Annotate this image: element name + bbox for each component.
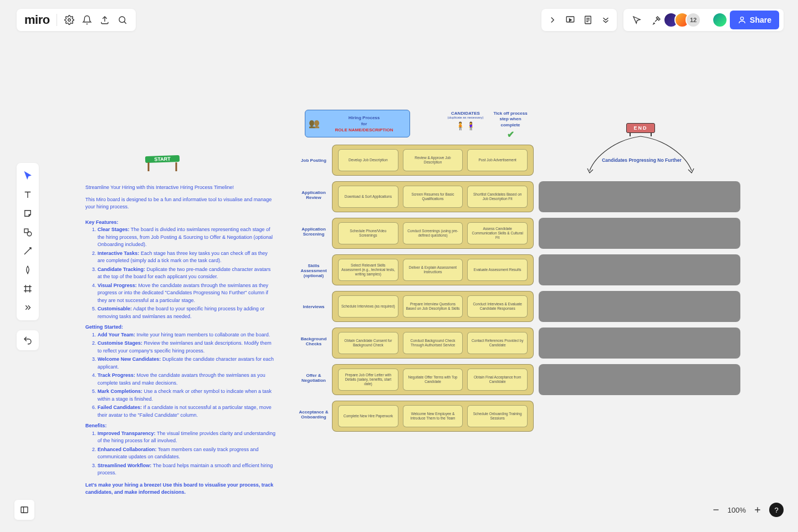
lane-label: Acceptance & Onboarding [298, 410, 329, 420]
check-icon: ✔ [491, 129, 530, 141]
candidates-sub: (duplicate as necessary) [443, 116, 488, 119]
lane-box[interactable]: Obtain Candidate Consent for Background … [332, 328, 534, 359]
sticky-tool[interactable] [19, 204, 37, 223]
key-features-list: Clear Stages: The board is divided into … [98, 226, 276, 320]
task-card[interactable]: Deliver & Explain Assessment Instruction… [403, 259, 463, 281]
task-card[interactable]: Develop Job Description [338, 149, 398, 171]
task-card[interactable]: Shortlist Candidates Based on Job Descri… [467, 186, 528, 208]
dropzone[interactable] [539, 291, 740, 322]
task-card[interactable]: Conduct Screenings (using pre-defined qu… [403, 222, 463, 244]
task-card[interactable]: Complete New Hire Paperwork [338, 405, 398, 427]
task-card[interactable]: Post Job Advertisement [467, 149, 528, 171]
line-tool[interactable] [19, 242, 37, 260]
view-pill [541, 9, 617, 31]
lane-box[interactable]: Complete New Hire PaperworkWelcome New E… [332, 401, 534, 432]
list-item: Candidate Tracking: Duplicate the two pr… [98, 266, 276, 281]
select-tool[interactable] [19, 166, 37, 185]
user-avatar[interactable] [712, 12, 728, 28]
process-header-card[interactable]: 👥 Hiring Process for ROLE NAME/DESCRIPTI… [305, 110, 410, 137]
lane-label: Job Posting [298, 158, 329, 163]
app-logo[interactable]: miro [21, 13, 53, 27]
zoom-out[interactable] [710, 504, 722, 516]
split-arrows [582, 134, 699, 175]
lane-box[interactable]: Select Relevant Skills Assessment (e.g.,… [332, 254, 534, 285]
intro-footer: Let's make your hiring a breeze! Use thi… [85, 482, 276, 497]
candidate-avatars[interactable]: 🧍 🧍‍♀️ [443, 121, 488, 130]
tick-header: Tick off process step when complete ✔ [491, 111, 530, 141]
svg-point-0 [68, 19, 70, 22]
avatar-count[interactable]: 12 [686, 12, 701, 28]
list-item: Welcome New Candidates: Duplicate the ca… [98, 356, 276, 371]
task-card[interactable]: Schedule Phone/Video Screenings [338, 222, 398, 244]
shapes-tool[interactable] [19, 223, 37, 242]
task-card[interactable]: Download & Sort Applications [338, 186, 398, 208]
help-button[interactable]: ? [769, 503, 784, 517]
getting-started-heading: Getting Started: [85, 324, 276, 331]
task-card[interactable]: Evaluate Assessment Results [467, 259, 528, 281]
people-icon: 👥 [309, 118, 320, 129]
settings-icon[interactable] [60, 11, 78, 29]
task-card[interactable]: Obtain Candidate Consent for Background … [338, 332, 398, 354]
task-card[interactable]: Welcome New Employee & Introduce Them to… [403, 405, 463, 427]
task-card[interactable]: Review & Approve Job Description [403, 149, 463, 171]
list-item: Enhanced Collaboration: Team members can… [98, 446, 276, 461]
pen-tool[interactable] [19, 260, 37, 279]
collab-pill: 12 Share [623, 9, 784, 31]
top-left-toolbar: miro [17, 9, 136, 31]
zoom-controls: 100% ? [710, 500, 784, 520]
cursor-icon[interactable] [628, 11, 646, 29]
dropzone[interactable] [539, 364, 740, 395]
task-card[interactable]: Screen Resumes for Basic Qualifications [403, 186, 463, 208]
list-item: Mark Completions: Use a check mark or ot… [98, 388, 276, 403]
panel-toggle[interactable] [14, 500, 34, 520]
getting-started-list: Add Your Team: Invite your hiring team m… [98, 331, 276, 420]
candidate-avatar-icon[interactable]: 🧍‍♀️ [466, 121, 475, 130]
list-item: Failed Candidates: If a candidate is not… [98, 404, 276, 419]
zoom-level[interactable]: 100% [728, 506, 746, 514]
lane-box[interactable]: Develop Job DescriptionReview & Approve … [332, 145, 534, 176]
task-card[interactable]: Schedule Onboarding Training Sessions [467, 405, 528, 427]
candidates-title: CANDIDATES [443, 111, 488, 116]
canvas[interactable]: START Streamline Your Hiring with this I… [0, 0, 798, 532]
chevron-double-down-icon[interactable] [597, 11, 615, 29]
chevron-right-icon[interactable] [544, 11, 561, 29]
list-item: Visual Progress: Move the candidate avat… [98, 282, 276, 305]
lane-box[interactable]: Schedule Interviews (as required)Prepare… [332, 291, 534, 322]
task-card[interactable]: Select Relevant Skills Assessment (e.g.,… [338, 259, 398, 281]
task-card[interactable]: Schedule Interviews (as required) [338, 295, 398, 318]
present-icon[interactable] [561, 11, 579, 29]
notifications-icon[interactable] [78, 11, 96, 29]
lane-box[interactable]: Prepare Job Offer Letter with Details (s… [332, 364, 534, 395]
task-card[interactable]: Conduct Interviews & Evaluate Candidate … [467, 295, 528, 318]
dropzone[interactable] [539, 181, 740, 212]
process-role: ROLE NAME/DESCRIPTION [322, 127, 406, 132]
task-card[interactable]: Negotiate Offer Terms with Top Candidate [403, 369, 463, 391]
dropzone[interactable] [539, 254, 740, 285]
candidate-avatar-icon[interactable]: 🧍 [456, 121, 465, 130]
frame-tool[interactable] [19, 279, 37, 298]
lane-box[interactable]: Download & Sort ApplicationsScreen Resum… [332, 181, 534, 212]
share-button[interactable]: Share [730, 11, 779, 29]
task-card[interactable]: Obtain Final Acceptance from Candidate [467, 369, 528, 391]
dropzone[interactable] [539, 218, 740, 249]
task-card[interactable]: Assess Candidate Communication Skills & … [467, 222, 528, 244]
task-card[interactable]: Prepare Interview Questions Based on Job… [403, 295, 463, 318]
lane-label: Offer & Negotiation [298, 373, 329, 383]
task-card[interactable]: Contact References Provided by Candidate [467, 332, 528, 354]
export-icon[interactable] [96, 11, 114, 29]
more-tools[interactable] [19, 298, 37, 317]
candidates-no-further-label: Candidates Progressing No Further [592, 157, 692, 163]
candidates-header: CANDIDATES (duplicate as necessary) 🧍 🧍‍… [443, 111, 488, 130]
zoom-in[interactable] [751, 504, 764, 516]
task-card[interactable]: Prepare Job Offer Letter with Details (s… [338, 369, 398, 391]
text-tool[interactable] [19, 185, 37, 204]
lane-box[interactable]: Schedule Phone/Video ScreeningsConduct S… [332, 218, 534, 249]
svg-point-6 [27, 232, 32, 236]
notes-icon[interactable] [579, 11, 597, 29]
list-item: Customise Stages: Review the swimlanes a… [98, 340, 276, 355]
list-item: Interactive Tasks: Each stage has three … [98, 250, 276, 265]
dropzone[interactable] [539, 328, 740, 359]
undo-button[interactable] [17, 330, 39, 350]
task-card[interactable]: Conduct Background Check Through Authori… [403, 332, 463, 354]
search-icon[interactable] [114, 11, 131, 29]
